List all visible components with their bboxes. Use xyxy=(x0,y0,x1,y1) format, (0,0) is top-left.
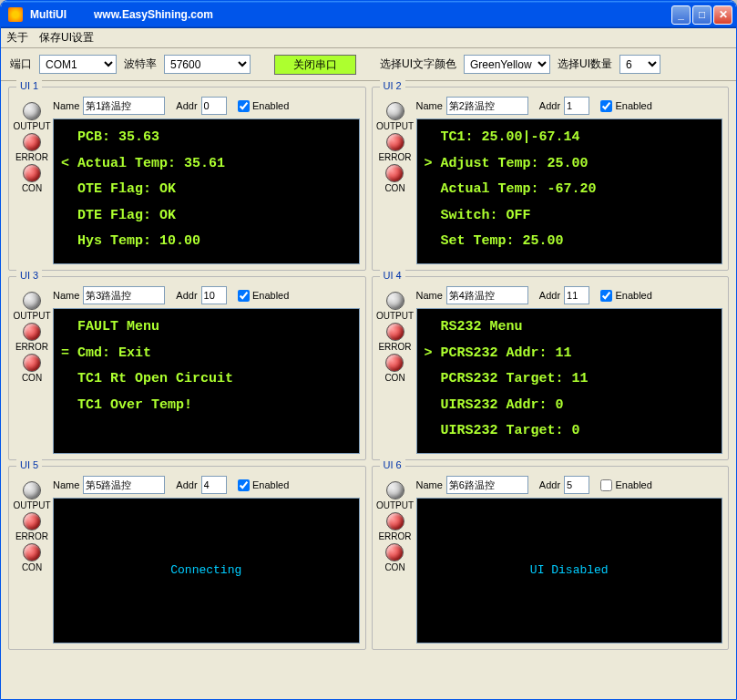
addr-input[interactable] xyxy=(201,97,227,115)
name-input[interactable] xyxy=(83,286,165,304)
count-select[interactable]: 6 xyxy=(619,55,660,74)
panel-header: NameAddr Enabled xyxy=(53,476,360,494)
output-led xyxy=(23,481,41,499)
name-label: Name xyxy=(53,290,79,301)
baud-label: 波特率 xyxy=(124,57,157,72)
ui-panel-4: UI 4NameAddr EnabledOUTPUTERRORCON RS232… xyxy=(372,276,730,460)
enabled-checkbox[interactable] xyxy=(600,100,612,112)
name-label: Name xyxy=(416,100,443,111)
output-led xyxy=(386,102,404,120)
panel-header: NameAddr Enabled xyxy=(416,97,723,115)
error-led xyxy=(23,133,41,151)
close-port-button[interactable]: 关闭串口 xyxy=(274,55,356,75)
enabled-checkbox[interactable] xyxy=(600,290,612,302)
name-input[interactable] xyxy=(83,97,165,115)
toolbar: 端口 COM1 波特率 57600 关闭串口 选择UI文字颜色 GreenYel… xyxy=(1,48,736,81)
addr-label: Addr xyxy=(539,290,560,301)
addr-label: Addr xyxy=(539,479,560,490)
window-url: www.EasyShining.com xyxy=(94,8,213,21)
led-group-output: OUTPUT xyxy=(13,292,50,321)
enabled-label: Enabled xyxy=(252,290,289,301)
addr-input[interactable] xyxy=(564,97,589,115)
port-select[interactable]: COM1 xyxy=(39,55,117,74)
con-led xyxy=(23,543,41,561)
led-group-con: CON xyxy=(22,354,42,383)
error-led xyxy=(386,133,404,151)
output-led xyxy=(23,292,41,310)
menubar: 关于 保存UI设置 xyxy=(1,28,736,48)
panel-header: NameAddr Enabled xyxy=(53,286,360,304)
enabled-checkbox[interactable] xyxy=(238,290,250,302)
led-group-con: CON xyxy=(384,354,404,383)
enabled-checkbox[interactable] xyxy=(238,479,250,491)
error-led-label: ERROR xyxy=(378,152,411,162)
close-button[interactable]: ✕ xyxy=(713,5,732,25)
maximize-button[interactable]: □ xyxy=(692,5,711,25)
terminal: PCB: 35.63 < Actual Temp: 35.61 OTE Flag… xyxy=(53,118,360,264)
baud-select[interactable]: 57600 xyxy=(164,55,251,74)
color-select[interactable]: GreenYellow xyxy=(464,55,550,74)
output-led xyxy=(386,292,404,310)
led-group-con: CON xyxy=(22,164,42,193)
led-group-con: CON xyxy=(384,164,404,193)
content-grid: UI 1NameAddr EnabledOUTPUTERRORCON PCB: … xyxy=(1,81,736,655)
enabled-checkbox[interactable] xyxy=(600,479,612,491)
con-led-label: CON xyxy=(22,183,42,193)
led-group-error: ERROR xyxy=(15,512,48,541)
menu-save[interactable]: 保存UI设置 xyxy=(39,30,94,46)
name-input[interactable] xyxy=(446,476,528,494)
enabled-label: Enabled xyxy=(615,290,651,301)
con-led-label: CON xyxy=(22,373,42,383)
led-group-output: OUTPUT xyxy=(376,102,414,131)
led-group-error: ERROR xyxy=(15,133,48,162)
led-group-output: OUTPUT xyxy=(13,102,50,131)
error-led-label: ERROR xyxy=(378,342,411,352)
name-label: Name xyxy=(416,479,443,490)
output-led-label: OUTPUT xyxy=(376,311,414,321)
name-input[interactable] xyxy=(83,476,165,494)
error-led-label: ERROR xyxy=(15,531,48,541)
name-label: Name xyxy=(53,479,79,490)
menu-about[interactable]: 关于 xyxy=(6,30,28,46)
led-group-error: ERROR xyxy=(378,133,411,162)
addr-label: Addr xyxy=(539,100,560,111)
addr-input[interactable] xyxy=(201,286,227,304)
panel-title: UI 4 xyxy=(380,270,405,281)
led-column: OUTPUTERRORCON xyxy=(15,292,49,454)
output-led-label: OUTPUT xyxy=(376,121,414,131)
con-led xyxy=(385,543,404,561)
enabled-checkbox[interactable] xyxy=(238,100,250,112)
panel-header: NameAddr Enabled xyxy=(416,476,723,494)
enabled-label: Enabled xyxy=(615,100,651,111)
name-label: Name xyxy=(416,290,443,301)
con-led xyxy=(23,354,41,372)
panel-header: NameAddr Enabled xyxy=(416,286,723,304)
error-led xyxy=(23,323,41,341)
led-column: OUTPUTERRORCON xyxy=(15,481,49,643)
led-column: OUTPUTERRORCON xyxy=(15,102,49,264)
terminal: UI Disabled xyxy=(416,498,723,643)
terminal: RS232 Menu > PCRS232 Addr: 11 PCRS232 Ta… xyxy=(416,308,723,454)
led-group-output: OUTPUT xyxy=(376,292,414,321)
output-led-label: OUTPUT xyxy=(13,500,50,510)
ui-panel-1: UI 1NameAddr EnabledOUTPUTERRORCON PCB: … xyxy=(8,87,366,271)
minimize-button[interactable]: _ xyxy=(671,5,691,25)
led-group-output: OUTPUT xyxy=(376,481,414,510)
enabled-label: Enabled xyxy=(252,100,289,111)
name-input[interactable] xyxy=(446,97,528,115)
app-icon xyxy=(8,7,23,22)
addr-input[interactable] xyxy=(564,476,589,494)
ui-panel-5: UI 5NameAddr EnabledOUTPUTERRORCONConnec… xyxy=(8,466,366,650)
addr-label: Addr xyxy=(176,290,197,301)
led-column: OUTPUTERRORCON xyxy=(378,292,413,454)
enabled-label: Enabled xyxy=(252,479,289,490)
addr-input[interactable] xyxy=(564,286,589,304)
output-led-label: OUTPUT xyxy=(13,311,50,321)
error-led-label: ERROR xyxy=(378,531,411,541)
addr-input[interactable] xyxy=(201,476,227,494)
panel-body: OUTPUTERRORCON TC1: 25.00|-67.14 > Adjus… xyxy=(378,118,723,264)
window-title: MultiUI xyxy=(30,8,67,21)
count-label: 选择UI数量 xyxy=(558,57,612,72)
name-input[interactable] xyxy=(446,286,528,304)
con-led-label: CON xyxy=(384,373,404,383)
